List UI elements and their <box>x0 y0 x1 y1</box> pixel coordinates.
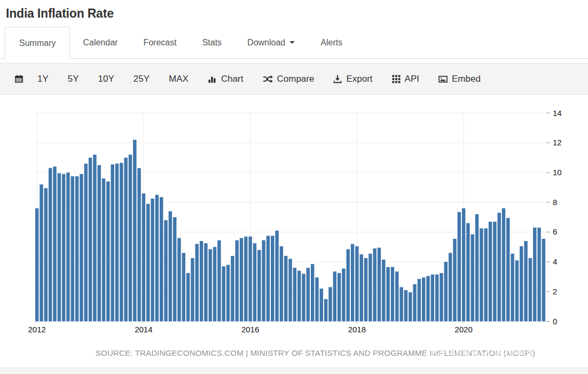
chart-bar[interactable] <box>347 249 350 321</box>
chart-bar[interactable] <box>235 240 238 322</box>
chart-bar[interactable] <box>222 266 225 321</box>
compare-button[interactable]: Compare <box>263 74 315 84</box>
tab-forecast[interactable]: Forecast <box>130 27 189 58</box>
chart-bar[interactable] <box>53 167 56 322</box>
chart-bar[interactable] <box>182 253 185 321</box>
chart-bar[interactable] <box>75 176 79 322</box>
chart-bar[interactable] <box>111 165 114 322</box>
chart-bar[interactable] <box>89 158 92 321</box>
chart-bar[interactable] <box>288 259 292 322</box>
chart-bar[interactable] <box>511 254 514 322</box>
chart-bar[interactable] <box>293 268 296 321</box>
calendar-button[interactable] <box>14 75 23 83</box>
chart-bar[interactable] <box>177 238 181 322</box>
chart-bar[interactable] <box>506 218 509 322</box>
chart-bar[interactable] <box>49 168 52 322</box>
chart-bar[interactable] <box>213 247 216 321</box>
chart-bar[interactable] <box>328 287 332 321</box>
chart-bar[interactable] <box>409 292 412 321</box>
chart-bar[interactable] <box>462 208 465 322</box>
chart-bar[interactable] <box>480 228 483 321</box>
chart-bar[interactable] <box>133 140 136 322</box>
chart-bar[interactable] <box>484 228 487 321</box>
chart-type-button[interactable]: Chart <box>208 74 244 84</box>
chart-bar[interactable] <box>84 163 88 321</box>
chart-bar[interactable] <box>391 267 394 322</box>
range-25y-button[interactable]: 25Y <box>134 74 150 84</box>
export-button[interactable]: Export <box>333 74 372 84</box>
chart-bar[interactable] <box>502 208 505 322</box>
chart-bar[interactable] <box>395 271 398 321</box>
chart-bar[interactable] <box>338 273 341 322</box>
inflation-bar-chart[interactable]: 2012201420162018202002468101214 <box>0 95 588 340</box>
chart-bar[interactable] <box>253 243 256 321</box>
chart-bar[interactable] <box>515 260 519 321</box>
tab-download[interactable]: Download <box>234 27 308 58</box>
chart-bar[interactable] <box>244 237 247 322</box>
chart-bar[interactable] <box>173 217 176 322</box>
chart-bar[interactable] <box>444 262 448 321</box>
chart-bar[interactable] <box>191 258 194 321</box>
chart-bar[interactable] <box>120 163 123 322</box>
chart-bar[interactable] <box>431 275 434 322</box>
chart-bar[interactable] <box>195 244 199 322</box>
chart-bar[interactable] <box>373 248 376 322</box>
chart-bar[interactable] <box>404 290 407 322</box>
embed-button[interactable]: Embed <box>438 74 481 84</box>
chart-bar[interactable] <box>217 240 221 322</box>
chart-bar[interactable] <box>151 199 154 322</box>
chart-bar[interactable] <box>129 155 132 322</box>
chart-bar[interactable] <box>204 243 207 321</box>
chart-bar[interactable] <box>324 299 327 322</box>
chart-bar[interactable] <box>62 174 65 322</box>
chart-bar[interactable] <box>297 271 301 322</box>
tab-summary[interactable]: Summary <box>5 27 70 59</box>
tab-stats[interactable]: Stats <box>190 27 234 58</box>
chart-bar[interactable] <box>186 273 190 322</box>
chart-bar[interactable] <box>342 269 345 322</box>
chart-bar[interactable] <box>93 155 96 322</box>
chart-bar[interactable] <box>471 235 474 322</box>
chart-bar[interactable] <box>280 246 283 322</box>
chart-bar[interactable] <box>466 223 469 322</box>
chart-bar[interactable] <box>98 165 101 322</box>
chart-bar[interactable] <box>378 248 381 322</box>
chart-bar[interactable] <box>382 260 385 322</box>
chart-bar[interactable] <box>475 214 479 322</box>
chart-bar[interactable] <box>533 228 536 322</box>
chart-bar[interactable] <box>489 222 492 322</box>
chart-bar[interactable] <box>364 258 367 321</box>
chart-bar[interactable] <box>529 258 532 321</box>
chart-bar[interactable] <box>497 213 500 321</box>
chart-bar[interactable] <box>248 237 252 322</box>
api-button[interactable]: API <box>392 74 419 84</box>
chart-bar[interactable] <box>449 253 452 321</box>
chart-bar[interactable] <box>200 241 203 321</box>
chart-bar[interactable] <box>413 284 416 322</box>
range-1y-button[interactable]: 1Y <box>37 74 49 84</box>
chart-bar[interactable] <box>240 238 243 322</box>
chart-bar[interactable] <box>320 289 323 321</box>
chart-bar[interactable] <box>35 208 38 322</box>
chart-bar[interactable] <box>115 163 119 321</box>
chart-bar[interactable] <box>284 256 287 322</box>
chart-bar[interactable] <box>102 178 105 321</box>
chart-bar[interactable] <box>106 182 109 322</box>
chart-bar[interactable] <box>369 254 372 322</box>
range-max-button[interactable]: MAX <box>169 74 189 84</box>
chart-bar[interactable] <box>435 275 438 322</box>
chart-bar[interactable] <box>164 220 167 321</box>
chart-bar[interactable] <box>537 228 540 322</box>
chart-bar[interactable] <box>44 188 48 321</box>
chart-bar[interactable] <box>307 268 310 321</box>
chart-bar[interactable] <box>399 287 403 321</box>
chart-bar[interactable] <box>315 277 318 321</box>
chart-bar[interactable] <box>422 277 425 321</box>
chart-bar[interactable] <box>257 250 261 322</box>
chart-bar[interactable] <box>453 239 456 322</box>
chart-bar[interactable] <box>493 222 496 322</box>
chart-bar[interactable] <box>302 274 305 321</box>
chart-bar[interactable] <box>440 273 443 322</box>
chart-bar[interactable] <box>542 239 545 322</box>
chart-bar[interactable] <box>311 264 314 321</box>
